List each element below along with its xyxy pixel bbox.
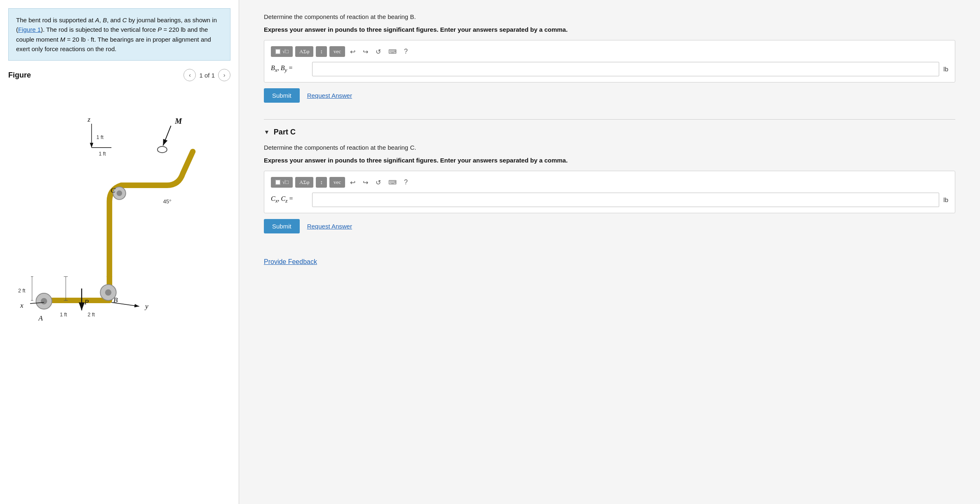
part-c-arrow-btn[interactable]: ↕ [316, 177, 327, 188]
part-c-redo-btn[interactable]: ↪ [360, 177, 371, 188]
part-c-title: Part C [274, 128, 296, 137]
part-b-action-row: Submit Request Answer [264, 88, 955, 103]
part-b-instruction: Express your answer in pounds to three s… [264, 25, 955, 35]
svg-text:x: x [20, 301, 24, 309]
figure-nav: ‹ 1 of 1 › [183, 69, 230, 81]
part-b-toolbar: √□ ΑΣφ ↕ vec ↩ ↪ ↺ ⌨ ? [271, 46, 948, 57]
part-b-section: Determine the components of reaction at … [264, 12, 955, 103]
figure-section: Figure ‹ 1 of 1 › z 1 ft 1 ft M [8, 69, 230, 496]
checkbox-icon-c [275, 179, 281, 185]
sqrt-symbol: √□ [282, 48, 289, 55]
svg-text:45°: 45° [163, 198, 171, 205]
part-b-submit-button[interactable]: Submit [264, 88, 300, 103]
part-b-unit: lb [943, 66, 948, 73]
part-b-keyboard-btn[interactable]: ⌨ [386, 47, 399, 56]
part-c-input-row: Cx, Cz = lb [271, 193, 948, 207]
part-c-request-answer-button[interactable]: Request Answer [307, 223, 352, 230]
part-c-undo-btn[interactable]: ↩ [348, 177, 358, 188]
svg-point-15 [117, 191, 122, 196]
svg-text:2 ft: 2 ft [88, 312, 95, 318]
part-b-undo-btn[interactable]: ↩ [348, 47, 358, 57]
svg-text:z: z [87, 115, 91, 123]
sqrt-symbol-c: √□ [282, 179, 289, 186]
part-c-label: Cx, Cz = [271, 195, 308, 204]
svg-line-6 [163, 126, 171, 146]
part-b-input-row: Bx, By = lb [271, 62, 948, 76]
part-c-toggle[interactable]: ▼ [264, 129, 270, 136]
svg-text:1 ft: 1 ft [96, 134, 104, 140]
problem-text-box: The bent rod is supported at A, B, and C… [8, 8, 230, 61]
part-b-vec-btn[interactable]: vec [329, 46, 345, 57]
part-b-answer-box: √□ ΑΣφ ↕ vec ↩ ↪ ↺ ⌨ ? Bx, By = lb [264, 40, 955, 82]
svg-text:M: M [174, 117, 182, 125]
part-c-vec-btn[interactable]: vec [329, 177, 345, 188]
svg-text:1 ft: 1 ft [99, 151, 106, 157]
part-b-checkbox-sqrt-btn[interactable]: √□ [271, 46, 293, 57]
part-b-request-answer-button[interactable]: Request Answer [307, 92, 352, 99]
part-c-header: ▼ Part C [264, 128, 955, 137]
svg-point-12 [105, 289, 111, 295]
svg-line-27 [111, 302, 139, 306]
prev-figure-button[interactable]: ‹ [183, 69, 196, 81]
part-b-redo-btn[interactable]: ↪ [360, 47, 371, 57]
part-c-greek-btn[interactable]: ΑΣφ [295, 177, 313, 188]
svg-text:A: A [38, 314, 43, 322]
provide-feedback-button[interactable]: Provide Feedback [264, 258, 317, 266]
left-panel: The bent rod is supported at A, B, and C… [0, 0, 239, 504]
part-c-section: ▼ Part C Determine the components of rea… [264, 128, 955, 233]
part-b-label: Bx, By = [271, 64, 308, 73]
svg-text:C: C [110, 186, 115, 194]
part-c-input[interactable] [312, 193, 939, 207]
figure-header: Figure ‹ 1 of 1 › [8, 69, 230, 81]
svg-text:2 ft: 2 ft [18, 288, 26, 294]
part-c-keyboard-btn[interactable]: ⌨ [386, 178, 399, 187]
part-c-checkbox-sqrt-btn[interactable]: √□ [271, 177, 293, 188]
figure-label: Figure [8, 71, 31, 80]
part-c-answer-box: √□ ΑΣφ ↕ vec ↩ ↪ ↺ ⌨ ? Cx, Cz = lb [264, 171, 955, 213]
part-c-submit-button[interactable]: Submit [264, 219, 300, 233]
svg-text:y: y [144, 302, 148, 310]
page-indicator: 1 of 1 [199, 72, 215, 79]
part-b-input[interactable] [312, 62, 939, 76]
part-b-help-btn[interactable]: ? [402, 47, 410, 57]
keyboard-icon: ⌨ [388, 48, 397, 55]
divider [264, 119, 955, 120]
next-figure-button[interactable]: › [218, 69, 230, 81]
part-b-greek-btn[interactable]: ΑΣφ [295, 46, 313, 57]
part-c-action-row: Submit Request Answer [264, 219, 955, 233]
keyboard-icon-c: ⌨ [388, 179, 397, 186]
svg-text:1 ft: 1 ft [60, 312, 67, 318]
part-c-desc: Determine the components of reaction at … [264, 143, 955, 153]
part-b-refresh-btn[interactable]: ↺ [373, 47, 383, 57]
figure-canvas: z 1 ft 1 ft M [8, 85, 230, 496]
part-b-desc: Determine the components of reaction at … [264, 12, 955, 22]
checkbox-icon [275, 49, 281, 54]
part-c-help-btn[interactable]: ? [402, 177, 410, 187]
right-panel: Determine the components of reaction at … [239, 0, 980, 504]
part-c-instruction: Express your answer in pounds to three s… [264, 156, 955, 165]
part-c-toolbar: √□ ΑΣφ ↕ vec ↩ ↪ ↺ ⌨ ? [271, 177, 948, 188]
part-c-unit: lb [943, 196, 948, 203]
svg-point-7 [157, 146, 167, 153]
svg-text:P: P [84, 298, 89, 306]
figure-link[interactable]: Figure 1 [18, 26, 41, 33]
part-b-arrow-btn[interactable]: ↕ [316, 46, 327, 57]
figure-svg: z 1 ft 1 ft M [8, 85, 230, 333]
part-c-refresh-btn[interactable]: ↺ [373, 177, 383, 188]
svg-point-9 [41, 298, 47, 304]
